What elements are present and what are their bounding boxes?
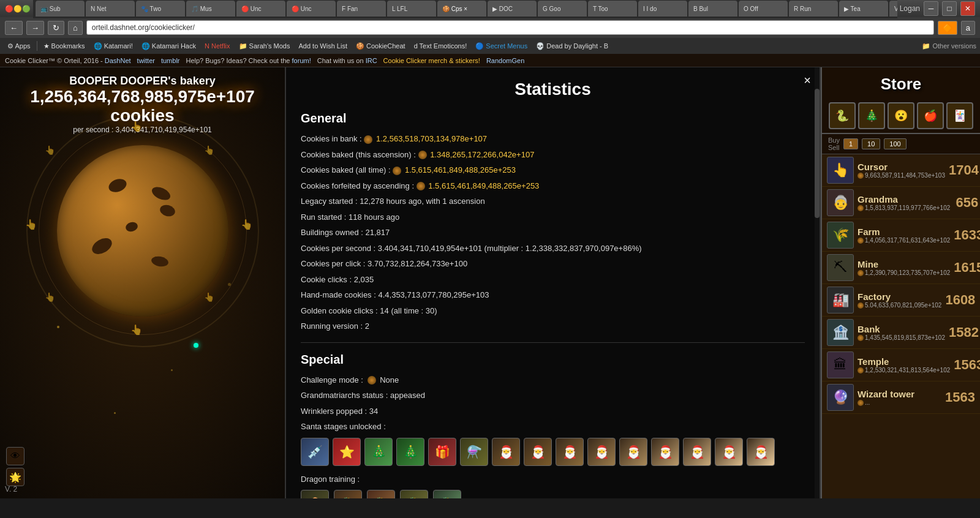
bookmarks-bar: ⚙ Apps ★ Bookmarks 🌐 Katamari! 🌐 Katamar… xyxy=(0,38,980,54)
close-button[interactable]: ✕ xyxy=(960,1,975,16)
chip6 xyxy=(149,184,172,203)
store-building-mine[interactable]: ⛏ Mine 1,2,390,790,123,735,707e+102 1615 xyxy=(822,252,980,284)
stat-challenge: Challenge mode : None xyxy=(301,374,805,386)
qty-100-button[interactable]: 100 xyxy=(884,138,906,149)
cookie-icon-asc xyxy=(418,151,427,159)
big-cookie[interactable] xyxy=(57,145,228,317)
irc-link[interactable]: IRC xyxy=(366,57,377,64)
dragon-section: Dragon training : 🥚 🐉 🐉 🐉 🐉 xyxy=(301,473,805,499)
store-building-temple[interactable]: 🏛 Temple 1,2,530,321,431,813,564e+102 15… xyxy=(822,349,980,381)
close-button[interactable]: × xyxy=(804,73,811,88)
store-icon-snake[interactable]: 🐍 xyxy=(829,102,856,129)
santa-stage-14: 🎅 xyxy=(747,438,775,466)
cookie-icon-bank xyxy=(364,135,372,144)
cc-info-bar: Cookie Clicker™ © Orteil, 2016 - DashNet… xyxy=(0,54,980,67)
other-bookmarks[interactable]: 📁 Other versions xyxy=(922,42,976,50)
url-input[interactable] xyxy=(86,20,934,35)
factory-icon: 🏭 xyxy=(827,287,854,313)
store-building-grandma[interactable]: 👵 Grandma 1,5,813,937,119,977,766e+102 6… xyxy=(822,187,980,219)
bakery-name: BOOPER DOOPER's bakery xyxy=(0,67,285,88)
stats-title: Statistics xyxy=(301,80,805,99)
bookmark-text-emoticons[interactable]: d Text Emoticons! xyxy=(410,41,471,51)
window-controls: Logan ─ □ ✕ xyxy=(900,1,975,16)
tab-bul[interactable]: B Bul xyxy=(688,1,737,17)
minimize-button[interactable]: ─ xyxy=(924,1,938,16)
forum-link[interactable]: forum! xyxy=(292,57,311,64)
tab-fan[interactable]: F Fan xyxy=(337,1,386,17)
cc-title: Cookie Clicker™ © Orteil, 2016 - DashNet xyxy=(5,57,131,64)
bookmark-katamari-hack[interactable]: 🌐 Katamari Hack xyxy=(138,41,200,51)
santa-stage-2: 🎄 xyxy=(364,438,393,466)
version-label: V. 2 xyxy=(5,485,17,494)
wizard-icon: 🔮 xyxy=(827,384,854,411)
qty-1-button[interactable]: 1 xyxy=(843,138,858,149)
bookmark-secret-menus[interactable]: 🔵 Secret Menus xyxy=(472,41,531,51)
reload-button[interactable]: ↻ xyxy=(48,21,64,35)
tab-run[interactable]: R Run xyxy=(789,1,838,17)
stat-golden: Golden cookie clicks : 14 (all time : 30… xyxy=(301,305,805,317)
randomgen-link[interactable]: RandomGen xyxy=(486,57,524,64)
bank-info: Bank 1,435,545,819,815,873e+102 xyxy=(858,324,945,341)
back-button[interactable]: ← xyxy=(5,21,23,35)
store-icon-tree[interactable]: 🎄 xyxy=(858,102,885,129)
scrollbar-track[interactable] xyxy=(815,67,820,498)
tab-off[interactable]: O Off xyxy=(739,1,788,17)
bookmark-bookmarks[interactable]: ★ Bookmarks xyxy=(40,41,89,51)
bookmark-wish-list[interactable]: Add to Wish List xyxy=(295,41,350,51)
grandma-cps: 1,5,813,937,119,977,766e+102 xyxy=(858,205,950,211)
forward-button[interactable]: → xyxy=(26,21,44,35)
special-section: Special Challenge mode : None Grandmatri… xyxy=(301,353,805,499)
tab-doc[interactable]: ▶ DOC xyxy=(488,1,537,17)
store-building-bank[interactable]: 🏦 Bank 1,435,545,819,815,873e+102 1582 xyxy=(822,317,980,349)
scrollbar-thumb[interactable] xyxy=(815,89,820,218)
bookmark-cookie-cheat[interactable]: 🍪 CookieCheat xyxy=(352,41,409,51)
cookie-mini-factory xyxy=(858,302,864,309)
cookie-mini-wizard xyxy=(858,400,864,406)
store-icon-ghost[interactable]: 😮 xyxy=(888,102,914,129)
tab-goo[interactable]: G Goo xyxy=(538,1,587,17)
tab-mus[interactable]: 🎵 Mus xyxy=(186,1,235,17)
twitter-link[interactable]: twitter xyxy=(137,57,155,64)
cookie-icon-all xyxy=(393,167,401,175)
amazon-icon[interactable]: a xyxy=(961,21,975,35)
merch-link[interactable]: Cookie Clicker merch & stickers! xyxy=(383,57,480,64)
bookmark-apps[interactable]: ⚙ Apps xyxy=(4,41,34,51)
home-button[interactable]: ⌂ xyxy=(68,21,83,35)
store-building-farm[interactable]: 🌾 Farm 1,4,056,317,761,631,643e+102 1633 xyxy=(822,219,980,252)
store-building-wizard[interactable]: 🔮 Wizard tower ... 1563 xyxy=(822,381,980,414)
qty-10-button[interactable]: 10 xyxy=(862,138,880,149)
tab-cookieclicker[interactable]: 🍪 Cps × xyxy=(437,1,486,17)
stat-handmade: Hand-made cookies : 4.4,353,713,077,780,… xyxy=(301,289,805,301)
tab-ido[interactable]: I I do xyxy=(638,1,687,17)
hand-bl: 👆 xyxy=(45,292,55,302)
bookmark-netflix[interactable]: N Netflix xyxy=(201,41,234,51)
tab-vic[interactable]: V Vic xyxy=(889,1,897,17)
tab-unc1[interactable]: 🔴 Unc xyxy=(236,1,285,17)
maximize-button[interactable]: □ xyxy=(942,1,957,16)
stat-clicks: Cookie clicks : 2,035 xyxy=(301,274,805,286)
tab-net[interactable]: N Net xyxy=(86,1,135,17)
tab-sub[interactable]: 📺 Sub xyxy=(36,1,85,17)
bookmark-dead-by-daylight[interactable]: 💀 Dead by Daylight - B xyxy=(532,41,612,51)
store-building-cursor[interactable]: 👆 Cursor 9,663,587,911,484,753e+103 1704 xyxy=(822,154,980,187)
store-icon-apple[interactable]: 🍎 xyxy=(917,102,944,129)
bookmark-sarahs-mods[interactable]: 📁 Sarah's Mods xyxy=(235,41,294,51)
dashnet-link[interactable]: DashNet xyxy=(105,57,131,64)
extension-icon[interactable]: 🔶 xyxy=(938,21,957,35)
side-icon-1[interactable]: 👁 xyxy=(6,447,24,465)
farm-cps: 1,4,056,317,761,631,643e+102 xyxy=(858,237,950,244)
tab-too[interactable]: T Too xyxy=(588,1,637,17)
santa-stage-4: 🎁 xyxy=(428,438,456,466)
store-building-factory[interactable]: 🏭 Factory 5.04,633,670,821,095e+102 1608 xyxy=(822,284,980,317)
mine-icon: ⛏ xyxy=(827,254,854,281)
tab-tea[interactable]: ▶ Tea xyxy=(839,1,888,17)
tab-lfl[interactable]: L LFL xyxy=(387,1,436,17)
nav-bar: ← → ↻ ⌂ 🔶 a xyxy=(0,17,980,38)
santa-stage-1: ⭐ xyxy=(333,438,361,466)
bookmark-katamari[interactable]: 🌐 Katamari! xyxy=(90,41,137,51)
store-icon-card[interactable]: 🃏 xyxy=(946,102,973,129)
tumblr-link[interactable]: tumblr xyxy=(161,57,180,64)
tab-unc2[interactable]: 🔴 Unc xyxy=(287,1,336,17)
side-icon-2[interactable]: 🌟 xyxy=(6,468,24,486)
tab-two[interactable]: 🐾 Two xyxy=(136,1,185,17)
